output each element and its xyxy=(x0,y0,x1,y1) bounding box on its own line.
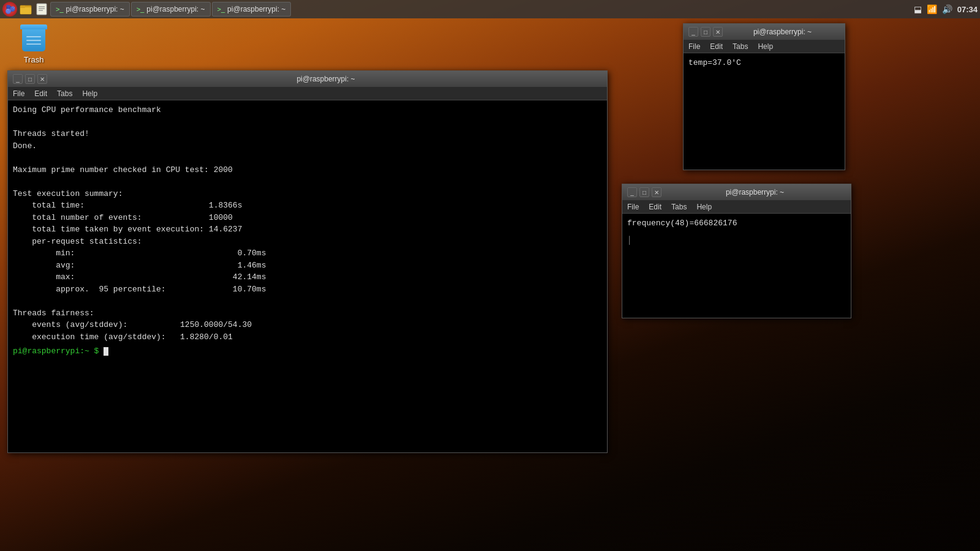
main-terminal-titlebar: _ □ ✕ pi@raspberrypi: ~ xyxy=(8,71,607,87)
trash-bin-graphic xyxy=(21,24,46,53)
bottom-right-titlebar: _ □ ✕ pi@raspberrypi: ~ xyxy=(622,184,851,200)
bottom-right-controls: _ □ ✕ xyxy=(627,187,662,197)
system-tray: ⬓ 📶 🔊 07:34 xyxy=(914,4,978,14)
svg-rect-3 xyxy=(37,4,47,15)
top-right-terminal-window: _ □ ✕ pi@raspberrypi: ~ File Edit Tabs H… xyxy=(683,23,845,170)
wifi-icon[interactable]: 📶 xyxy=(927,4,937,14)
main-minimize-button[interactable]: _ xyxy=(13,74,23,84)
top-right-terminal-body[interactable]: temp=37.0'C xyxy=(684,53,845,170)
trash-line-2 xyxy=(26,40,41,41)
svg-rect-1 xyxy=(20,7,31,14)
top-right-terminal-output: temp=37.0'C xyxy=(688,57,840,69)
terminal-icon-1: >_ xyxy=(56,6,64,13)
taskbar-terminal-3[interactable]: >_ pi@raspberrypi: ~ xyxy=(212,2,292,17)
top-right-maximize-button[interactable]: □ xyxy=(701,27,710,37)
bottom-right-menu-file[interactable]: File xyxy=(627,203,639,211)
main-terminal-body[interactable]: Doing CPU performance benchmark Threads … xyxy=(8,100,607,452)
trash-desktop-icon[interactable]: Trash xyxy=(12,24,55,64)
svg-rect-2 xyxy=(20,6,25,8)
bottom-right-terminal-window: _ □ ✕ pi@raspberrypi: ~ File Edit Tabs H… xyxy=(622,184,851,318)
bottom-right-menu-edit[interactable]: Edit xyxy=(649,203,662,211)
bottom-right-terminal-title: pi@raspberrypi: ~ xyxy=(664,188,846,197)
main-menu-help[interactable]: Help xyxy=(82,89,97,98)
main-close-button[interactable]: ✕ xyxy=(37,74,47,84)
top-right-close-button[interactable]: ✕ xyxy=(713,27,723,37)
taskbar: 🫐 >_ pi@raspberrypi: ~ >_ xyxy=(0,0,980,18)
bottom-right-close-button[interactable]: ✕ xyxy=(652,187,662,197)
top-right-titlebar: _ □ ✕ pi@raspberrypi: ~ xyxy=(684,24,845,40)
main-titlebar-controls: _ □ ✕ xyxy=(13,74,47,84)
top-right-menu-help[interactable]: Help xyxy=(758,42,773,51)
bottom-right-terminal-body[interactable]: frequency(48)=666826176 │ xyxy=(622,214,851,318)
top-right-minimize-button[interactable]: _ xyxy=(688,27,698,37)
main-menu-tabs[interactable]: Tabs xyxy=(57,89,72,98)
bottom-right-minimize-button[interactable]: _ xyxy=(627,187,637,197)
top-right-menubar: File Edit Tabs Help xyxy=(684,40,845,53)
taskbar-terminal-1[interactable]: >_ pi@raspberrypi: ~ xyxy=(50,2,130,17)
volume-icon[interactable]: 🔊 xyxy=(942,4,952,14)
top-right-menu-file[interactable]: File xyxy=(688,42,700,51)
cursor-blink xyxy=(104,347,108,356)
taskbar-terminal-3-label: pi@raspberrypi: ~ xyxy=(227,5,285,13)
main-maximize-button[interactable]: □ xyxy=(25,74,35,84)
trash-label: Trash xyxy=(24,55,44,64)
taskbar-terminal-2-label: pi@raspberrypi: ~ xyxy=(146,5,205,13)
clock: 07:34 xyxy=(957,5,978,14)
trash-line-1 xyxy=(26,36,41,37)
file-manager-icon[interactable] xyxy=(18,2,33,17)
bottom-right-menubar: File Edit Tabs Help xyxy=(622,200,851,214)
main-terminal-window: _ □ ✕ pi@raspberrypi: ~ File Edit Tabs H… xyxy=(7,70,608,453)
taskbar-terminal-2[interactable]: >_ pi@raspberrypi: ~ xyxy=(131,2,211,17)
bottom-right-cursor-line: │ xyxy=(627,234,846,247)
main-menu-edit[interactable]: Edit xyxy=(34,89,47,98)
bottom-right-cursor-pos: │ xyxy=(627,236,632,245)
trash-line-3 xyxy=(26,43,41,45)
main-terminal-title: pi@raspberrypi: ~ xyxy=(50,75,602,83)
terminal-icon-3: >_ xyxy=(217,6,225,13)
main-terminal-prompt: pi@raspberrypi:~ $ xyxy=(13,347,104,356)
top-right-menu-edit[interactable]: Edit xyxy=(710,42,723,51)
terminal-icon-2: >_ xyxy=(137,6,145,13)
top-right-terminal-title: pi@raspberrypi: ~ xyxy=(725,28,840,36)
main-menu-file[interactable]: File xyxy=(13,89,24,98)
desktop: 🫐 >_ pi@raspberrypi: ~ >_ xyxy=(0,0,980,551)
bluetooth-icon[interactable]: ⬓ xyxy=(914,4,922,14)
trash-lid xyxy=(20,24,47,29)
text-editor-icon[interactable] xyxy=(34,2,49,17)
main-terminal-prompt-line: pi@raspberrypi:~ $ xyxy=(13,345,602,358)
bottom-right-terminal-output: frequency(48)=666826176 xyxy=(627,217,846,230)
bottom-right-maximize-button[interactable]: □ xyxy=(639,187,649,197)
bottom-right-menu-tabs[interactable]: Tabs xyxy=(671,203,687,211)
trash-body xyxy=(22,29,45,51)
bottom-right-menu-help[interactable]: Help xyxy=(696,203,712,211)
top-right-menu-tabs[interactable]: Tabs xyxy=(733,42,748,51)
taskbar-terminal-1-label: pi@raspberrypi: ~ xyxy=(66,5,124,13)
main-terminal-menubar: File Edit Tabs Help xyxy=(8,87,607,100)
raspberry-pi-logo[interactable]: 🫐 xyxy=(2,2,17,17)
main-terminal-output: Doing CPU performance benchmark Threads … xyxy=(13,104,602,343)
top-right-controls: _ □ ✕ xyxy=(688,27,723,37)
